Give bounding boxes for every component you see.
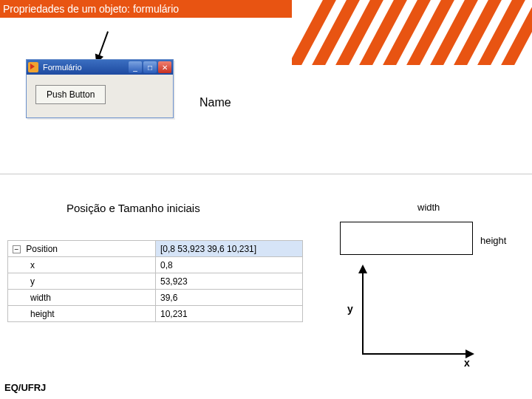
window-title: Formulário (41, 63, 126, 72)
width-label: width (417, 202, 440, 213)
prop-value: [0,8 53,923 39,6 10,231] (156, 241, 303, 257)
close-icon[interactable]: ✕ (158, 61, 171, 73)
minimize-icon[interactable]: _ (129, 61, 142, 73)
table-row: height 10,231 (8, 306, 303, 322)
page-title: Propriedades de um objeto: formulário (0, 0, 292, 18)
table-row: − Position [0,8 53,923 39,6 10,231] (8, 241, 303, 257)
prop-value: 10,231 (156, 306, 303, 322)
height-label: height (480, 235, 506, 246)
section-title: Posição e Tamanho iniciais (66, 202, 200, 214)
divider (0, 174, 532, 174)
x-axis-label: x (464, 357, 470, 369)
maximize-icon[interactable]: □ (143, 61, 157, 73)
prop-key: width (8, 290, 156, 306)
collapse-icon[interactable]: − (13, 245, 21, 253)
push-button[interactable]: Push Button (35, 85, 106, 104)
property-table: − Position [0,8 53,923 39,6 10,231] x 0,… (7, 240, 303, 322)
prop-key: − Position (8, 241, 156, 257)
prop-value: 39,6 (156, 290, 303, 306)
name-annotation: Name (200, 96, 231, 109)
footer-text: EQ/UFRJ (4, 382, 46, 393)
matlab-icon (28, 62, 38, 72)
prop-key: x (8, 257, 156, 273)
size-rectangle (340, 222, 473, 255)
formulario-window: Formulário _ □ ✕ Push Button (26, 59, 174, 118)
prop-value: 0,8 (156, 257, 303, 273)
prop-key: y (8, 273, 156, 290)
arrow-annotation (96, 31, 109, 62)
coordinate-diagram: width height y x (318, 196, 510, 366)
table-row: x 0,8 (8, 257, 303, 273)
table-row: y 53,923 (8, 273, 303, 290)
decorative-stripes (292, 0, 532, 65)
prop-value: 53,923 (156, 273, 303, 290)
prop-key: height (8, 306, 156, 322)
window-body: Push Button (27, 75, 173, 117)
y-axis-label: y (347, 303, 353, 315)
table-row: width 39,6 (8, 290, 303, 306)
y-axis (362, 266, 364, 355)
x-axis (362, 353, 473, 355)
header: Propriedades de um objeto: formulário (0, 0, 532, 18)
window-titlebar: Formulário _ □ ✕ (27, 60, 173, 75)
